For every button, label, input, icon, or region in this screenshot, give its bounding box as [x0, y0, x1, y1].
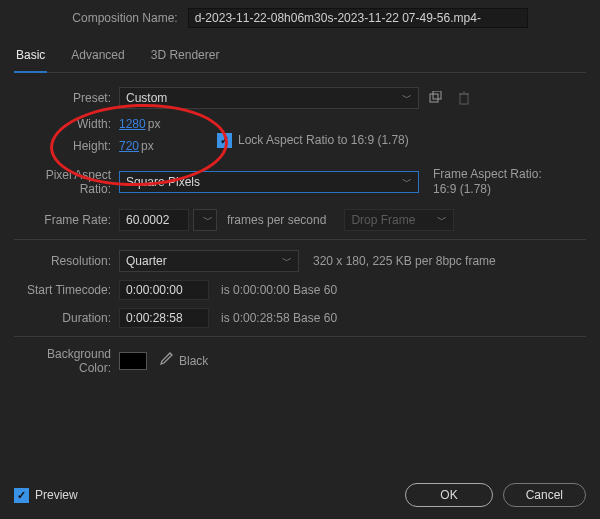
preview-checkbox[interactable]: ✓ — [14, 488, 29, 503]
frame-aspect-ratio-value: 16:9 (1.78) — [433, 182, 542, 197]
height-value[interactable]: 720 — [119, 139, 139, 153]
height-label: Height: — [14, 139, 119, 153]
chevron-down-icon: ﹀ — [203, 213, 213, 227]
bg-color-label: Background Color: — [14, 347, 119, 375]
resolution-dropdown[interactable]: Quarter ﹀ — [119, 250, 299, 272]
framerate-label: Frame Rate: — [14, 213, 119, 227]
width-unit: px — [148, 117, 161, 131]
comp-name-label: Composition Name: — [72, 11, 187, 25]
ok-button[interactable]: OK — [405, 483, 492, 507]
chevron-down-icon: ﹀ — [402, 175, 412, 189]
comp-name-input[interactable] — [188, 8, 528, 28]
composition-settings-dialog: Composition Name: Basic Advanced 3D Rend… — [0, 0, 600, 519]
width-value[interactable]: 1280 — [119, 117, 146, 131]
preset-label: Preset: — [14, 91, 119, 105]
separator — [14, 239, 586, 240]
resolution-info: 320 x 180, 225 KB per 8bpc frame — [313, 254, 496, 268]
lock-aspect-checkbox[interactable]: ✓ — [217, 133, 232, 148]
framerate-dropdown-toggle[interactable]: ﹀ — [193, 209, 217, 231]
duration-info: is 0:00:28:58 Base 60 — [221, 311, 337, 325]
drop-frame-value: Drop Frame — [351, 213, 415, 227]
chevron-down-icon: ﹀ — [402, 91, 412, 105]
delete-preset-button — [453, 87, 475, 109]
dialog-footer: ✓ Preview OK Cancel — [0, 473, 600, 519]
bg-color-swatch[interactable] — [119, 352, 147, 370]
resolution-label: Resolution: — [14, 254, 119, 268]
pixel-aspect-dropdown[interactable]: Square Pixels ﹀ — [119, 171, 419, 193]
eyedropper-icon[interactable] — [157, 352, 173, 371]
resolution-value: Quarter — [126, 254, 167, 268]
pixel-aspect-label: Pixel Aspect Ratio: — [14, 168, 119, 196]
svg-rect-0 — [430, 94, 438, 102]
start-timecode-label: Start Timecode: — [14, 283, 119, 297]
save-preset-button[interactable] — [425, 87, 447, 109]
drop-frame-dropdown: Drop Frame ﹀ — [344, 209, 454, 231]
duration-input[interactable] — [119, 308, 209, 328]
start-timecode-input[interactable] — [119, 280, 209, 300]
fps-label: frames per second — [227, 213, 326, 227]
cancel-button[interactable]: Cancel — [503, 483, 586, 507]
preset-dropdown[interactable]: Custom ﹀ — [119, 87, 419, 109]
duration-label: Duration: — [14, 311, 119, 325]
lock-aspect-label: Lock Aspect Ratio to 16:9 (1.78) — [238, 133, 409, 147]
bg-color-name: Black — [179, 354, 208, 368]
frame-aspect-ratio-label: Frame Aspect Ratio: — [433, 167, 542, 182]
preview-label: Preview — [35, 488, 78, 502]
tab-advanced[interactable]: Advanced — [69, 42, 126, 72]
framerate-value: 60.0002 — [126, 213, 169, 227]
svg-rect-1 — [433, 91, 441, 99]
tabs: Basic Advanced 3D Renderer — [14, 42, 586, 73]
start-timecode-info: is 0:00:00:00 Base 60 — [221, 283, 337, 297]
framerate-input[interactable]: 60.0002 — [119, 209, 189, 231]
tab-3d-renderer[interactable]: 3D Renderer — [149, 42, 222, 72]
preset-value: Custom — [126, 91, 167, 105]
separator — [14, 336, 586, 337]
chevron-down-icon: ﹀ — [437, 213, 447, 227]
pixel-aspect-value: Square Pixels — [126, 175, 200, 189]
width-label: Width: — [14, 117, 119, 131]
height-unit: px — [141, 139, 154, 153]
tab-basic[interactable]: Basic — [14, 42, 47, 72]
basic-tab-content: Preset: Custom ﹀ Width: 1280 px Height: … — [14, 73, 586, 375]
chevron-down-icon: ﹀ — [282, 254, 292, 268]
svg-rect-2 — [460, 94, 468, 104]
